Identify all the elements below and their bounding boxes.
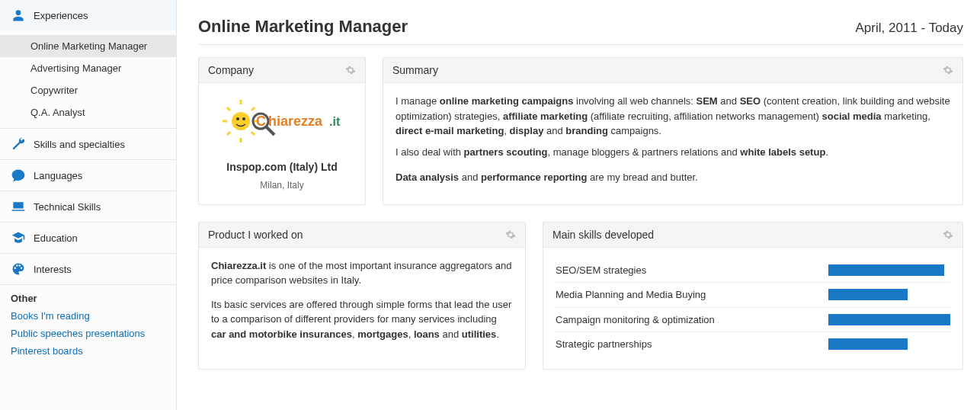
sidebar: Experiences Online Marketing Manager Adv… — [0, 0, 177, 410]
summary-card-heading: Summary — [392, 64, 438, 76]
skill-row: Strategic partnerships — [556, 332, 950, 357]
summary-bold: Data analysis — [396, 171, 459, 183]
summary-text: and — [718, 95, 740, 107]
skill-bar-fill — [828, 264, 944, 276]
summary-bold: branding — [565, 125, 608, 136]
summary-bold: affiliate marketing — [503, 111, 588, 122]
wrench-icon — [11, 136, 26, 152]
skill-bar-fill — [828, 314, 950, 325]
person-icon — [11, 8, 26, 23]
sidebar-subitem-copywriter[interactable]: Copywriter — [0, 79, 176, 101]
product-bold: utilities — [462, 328, 497, 340]
summary-text: and — [459, 171, 481, 183]
gear-icon[interactable] — [505, 229, 516, 240]
skills-body: SEO/SEM strategiesMedia Planning and Med… — [543, 248, 962, 369]
grad-icon — [11, 230, 26, 245]
sidebar-subitem-online-marketing-manager[interactable]: Online Marketing Manager — [0, 35, 176, 57]
link-pinterest-boards[interactable]: Pinterest boards — [11, 342, 165, 360]
sidebar-item-skills[interactable]: Skills and specialties — [0, 129, 176, 159]
skills-card: Main skills developed SEO/SEM strategies… — [543, 222, 963, 370]
sidebar-label-skills: Skills and specialties — [34, 139, 125, 150]
product-bold: Chiarezza.it — [211, 260, 266, 271]
date-sep: - — [918, 21, 929, 35]
svg-line-7 — [227, 132, 230, 135]
svg-point-0 — [232, 112, 250, 130]
sidebar-item-languages[interactable]: Languages — [0, 160, 176, 191]
summary-text: are my bread and butter. — [587, 171, 697, 183]
sidebar-label-interests: Interests — [34, 264, 72, 275]
page-title: Online Marketing Manager — [198, 17, 408, 37]
svg-text:C: C — [256, 114, 266, 129]
sidebar-item-experiences[interactable]: Experiences — [0, 0, 176, 30]
summary-bold: direct e-mail marketing — [396, 125, 504, 136]
summary-text: I also deal with — [396, 146, 464, 158]
sidebar-label-education: Education — [34, 232, 78, 244]
sidebar-item-technical[interactable]: Technical Skills — [0, 191, 176, 222]
svg-text:.it: .it — [329, 115, 341, 128]
product-text: . — [496, 328, 499, 340]
sidebar-subitem-advertising-manager[interactable]: Advertising Manager — [0, 57, 176, 79]
main-content: Online Marketing Manager April, 2011 - T… — [177, 0, 980, 410]
svg-line-5 — [227, 107, 230, 111]
sidebar-label-languages: Languages — [34, 170, 82, 181]
skill-name: Campaign monitoring & optimization — [556, 312, 715, 328]
company-location: Milan, Italy — [211, 178, 353, 192]
sidebar-label-technical: Technical Skills — [34, 201, 101, 213]
summary-bold: display — [510, 125, 544, 136]
product-body: Chiarezza.it is one of the most importan… — [199, 248, 525, 364]
laptop-icon — [11, 199, 26, 214]
summary-text: . — [825, 146, 828, 158]
svg-line-6 — [251, 132, 255, 135]
product-bold: car and motorbike insurances — [211, 328, 352, 340]
product-text: , — [408, 328, 414, 340]
sidebar-item-interests[interactable]: Interests — [0, 254, 176, 284]
product-text: and — [440, 328, 462, 340]
skill-bar-fill — [828, 289, 908, 300]
skill-bar-fill — [828, 338, 908, 350]
summary-text: involving all web channels: — [573, 95, 696, 107]
link-books-reading[interactable]: Books I'm reading — [11, 307, 165, 325]
sidebar-item-education[interactable]: Education — [0, 223, 176, 253]
link-public-speeches[interactable]: Public speeches presentations — [11, 325, 165, 342]
summary-text: marketing, — [882, 111, 930, 122]
summary-bold: white labels setup — [740, 146, 825, 158]
product-bold: mortgages — [357, 328, 408, 340]
date-to: Today — [929, 21, 963, 35]
gear-icon[interactable] — [943, 229, 953, 240]
company-logo: hiarezza .it C — [221, 98, 343, 149]
skill-name: SEO/SEM strategies — [556, 263, 646, 278]
gear-icon[interactable] — [345, 65, 356, 75]
company-card-heading: Company — [208, 64, 254, 76]
summary-bold: SEM — [697, 95, 718, 107]
skill-bar — [828, 264, 950, 276]
skill-name: Media Planning and Media Buying — [556, 287, 706, 303]
summary-bold: performance reporting — [481, 171, 587, 183]
bubble-icon — [11, 168, 26, 183]
skills-card-heading: Main skills developed — [552, 229, 654, 241]
sidebar-other-heading: Other — [0, 285, 176, 307]
svg-text:hiarezza: hiarezza — [268, 114, 323, 129]
gear-icon[interactable] — [943, 65, 953, 75]
sidebar-subitem-qa-analyst[interactable]: Q.A. Analyst — [0, 101, 176, 123]
skill-bar — [828, 289, 950, 300]
summary-bold: SEO — [740, 95, 761, 107]
summary-card: Summary I manage online marketing campai… — [383, 57, 963, 205]
product-text: Its basic services are offered through s… — [211, 299, 511, 325]
product-bold: loans — [414, 328, 440, 340]
palette-icon — [11, 261, 26, 277]
summary-text: campaigns. — [608, 125, 661, 136]
summary-text: (affiliate recruiting, affiliation netwo… — [588, 111, 821, 122]
company-name: Inspop.com (Italy) Ltd — [211, 159, 353, 175]
skill-row: SEO/SEM strategies — [556, 258, 950, 283]
summary-text: and — [543, 125, 565, 136]
svg-point-9 — [236, 117, 239, 120]
svg-line-8 — [251, 107, 255, 111]
skill-row: Campaign monitoring & optimization — [556, 307, 950, 332]
date-range: April, 2011 - Today — [856, 21, 963, 36]
summary-bold: social media — [822, 111, 882, 122]
product-card: Product I worked on Chiarezza.it is one … — [198, 222, 526, 370]
date-from: April, 2011 — [856, 21, 918, 35]
summary-body: I manage online marketing campaigns invo… — [383, 83, 962, 203]
svg-point-10 — [242, 117, 245, 120]
skill-row: Media Planning and Media Buying — [556, 282, 950, 307]
